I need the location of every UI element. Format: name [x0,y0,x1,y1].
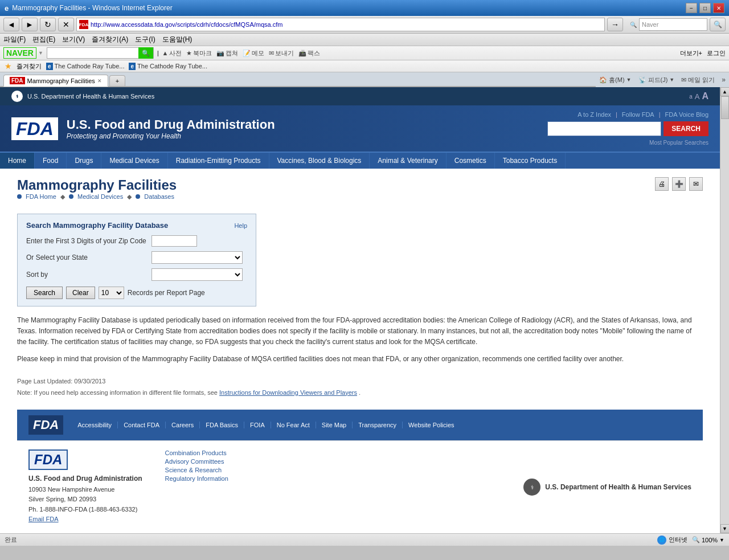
nav-item-radiation[interactable]: Radiation-Emitting Products [168,153,269,169]
footer-link-policies[interactable]: Website Policies [403,422,460,428]
footer-link-accessibility[interactable]: Accessibility [72,422,118,428]
fda-search-button[interactable]: SEARCH [664,121,708,136]
forward-button[interactable]: ► [22,18,38,31]
footer-hhs-icon: ⚕ [523,479,540,496]
footer-link-careers[interactable]: Careers [166,422,200,428]
address-text: http://www.accessdata.fda.gov/scripts/cd… [91,21,282,28]
naver-search-box: 🔍 [47,47,154,59]
go-button[interactable]: → [607,18,623,31]
naver-tool-memo[interactable]: 📝 메모 [243,49,264,58]
tab-new[interactable]: + [109,75,125,86]
help-link[interactable]: Help [234,222,247,229]
nav-item-animal[interactable]: Animal & Veterinary [370,153,446,169]
browser-search-button[interactable]: 🔍 [710,18,726,31]
follow-fda-link[interactable]: Follow FDA [622,111,654,118]
ie-rss-tool[interactable]: 📡 피드(J) ▼ [638,76,675,84]
scroll-thumb[interactable] [721,96,729,119]
favorites-item-2[interactable]: e The Cathode Ray Tube... [129,63,207,70]
fda-search-input[interactable] [547,121,661,136]
favorites-item-1[interactable]: e The Cathode Ray Tube... [46,63,124,70]
search-box-header: Search Mammography Facility Database Hel… [26,221,247,230]
tab-mammography[interactable]: FDA Mammography Facilities ✕ [3,75,108,87]
footer-link-basics[interactable]: FDA Basics [200,422,244,428]
browser-search-input[interactable]: Naver [639,18,707,31]
capture-icon: 📷 [216,50,224,57]
atoz-index-link[interactable]: A to Z Index [578,111,611,118]
footer-email-link[interactable]: Email FDA [28,516,59,522]
ie-expand-button[interactable]: » [722,76,726,84]
address-bar[interactable]: FDA http://www.accessdata.fda.gov/script… [76,18,605,31]
footer-link-sitemap[interactable]: Site Map [316,422,353,428]
nav-item-drugs[interactable]: Drugs [67,153,101,169]
breadcrumb-fda-home[interactable]: FDA Home [26,193,56,200]
footer-combination-products-link[interactable]: Combination Products [165,449,228,456]
fda-logo-box: FDA [11,117,58,140]
records-per-page-select[interactable]: 10 25 50 100 [99,287,124,299]
state-select[interactable] [151,251,243,264]
back-button[interactable]: ◄ [3,18,19,31]
naver-dropdown-icon[interactable]: ▼ [38,50,43,56]
nav-item-food[interactable]: Food [35,153,67,169]
naver-more-button[interactable]: 더보기+ [680,49,702,58]
nav-item-medical-devices[interactable]: Medical Devices [101,153,167,169]
sort-select[interactable] [151,268,243,281]
menu-favorites[interactable]: 즐겨찾기(A) [92,35,128,44]
clear-button[interactable]: Clear [66,287,95,299]
ie-tools-right: 🏠 홈(M) ▼ 📡 피드(J) ▼ ✉ 메일 읽기 » [599,76,726,84]
nav-item-tobacco[interactable]: Tobacco Products [495,153,566,169]
menu-tools[interactable]: 도구(I) [135,35,155,44]
breadcrumb-medical-devices[interactable]: Medical Devices [77,193,123,200]
scroll-down-button[interactable]: ▼ [720,524,730,533]
footer-link-foia[interactable]: FOIA [244,422,271,428]
maximize-button[interactable]: □ [699,3,711,13]
naver-search-input[interactable] [47,50,138,56]
scroll-up-button[interactable]: ▲ [720,87,730,96]
menu-view[interactable]: 보기(V) [62,35,85,44]
stop-button[interactable]: ✕ [58,18,74,31]
menu-file[interactable]: 파일(F) [3,35,26,44]
status-bar: 완료 🌐 인터넷 🔍 100% ▼ [0,533,729,546]
naver-tool-fax[interactable]: 📠 팩스 [298,49,320,58]
tab-close-button[interactable]: ✕ [97,78,102,84]
minimize-button[interactable]: − [686,3,697,13]
footer-science-research-link[interactable]: Science & Research [165,467,228,473]
fda-popular-searches: Most Popular Searches [649,140,708,146]
footer-advisory-committees-link[interactable]: Advisory Committees [165,458,228,465]
footer-regulatory-link[interactable]: Regulatory Information [165,475,228,482]
font-medium-button[interactable]: A [695,92,700,101]
breadcrumb-dot-3 [136,194,140,199]
share-button[interactable]: ➕ [672,177,686,191]
print-button[interactable]: 🖨 [655,177,669,191]
search-button[interactable]: Search [26,287,63,299]
naver-tool-capture[interactable]: 📷 캡쳐 [216,49,238,58]
scrollbar[interactable]: ▲ ▼ [720,87,729,533]
zip-input[interactable] [151,235,197,247]
footer-link-no-fear[interactable]: No Fear Act [271,422,316,428]
body-paragraph-1: The Mammography Facility Database is upd… [17,315,703,348]
refresh-button[interactable]: ↻ [40,18,56,31]
downloading-viewers-link[interactable]: Instructions for Downloading Viewers and… [219,389,357,396]
footer-address: U.S. Food and Drug Administration 10903 … [28,473,142,525]
fda-blog-link[interactable]: FDA Voice Blog [665,111,708,118]
naver-tool-dictionary[interactable]: ▲ 사전 [162,49,182,58]
ie-mail-tool[interactable]: ✉ 메일 읽기 [681,76,715,84]
nav-item-home[interactable]: Home [0,153,35,169]
naver-tool-send[interactable]: ✉ 보내기 [269,49,294,58]
nav-item-cosmetics[interactable]: Cosmetics [447,153,495,169]
naver-search-button[interactable]: 🔍 [138,47,153,59]
zoom-indicator[interactable]: 🔍 100% ▼ [692,536,724,543]
font-large-button[interactable]: A [702,91,708,101]
naver-tool-bookmark[interactable]: ★ 북마크 [186,49,212,58]
nav-item-vaccines[interactable]: Vaccines, Blood & Biologics [269,153,370,169]
naver-login-button[interactable]: 로그인 [707,49,726,58]
close-button[interactable]: ✕ [713,3,724,13]
footer-link-contact[interactable]: Contact FDA [118,422,166,428]
scroll-track[interactable] [720,96,729,524]
menu-edit[interactable]: 편집(E) [32,35,55,44]
footer-link-transparency[interactable]: Transparency [353,422,403,428]
menu-help[interactable]: 도움말(H) [162,35,193,44]
breadcrumb-databases[interactable]: Databases [144,193,174,200]
ie-home-tool[interactable]: 🏠 홈(M) ▼ [599,76,631,84]
font-small-button[interactable]: a [689,93,693,100]
email-page-button[interactable]: ✉ [689,177,703,191]
